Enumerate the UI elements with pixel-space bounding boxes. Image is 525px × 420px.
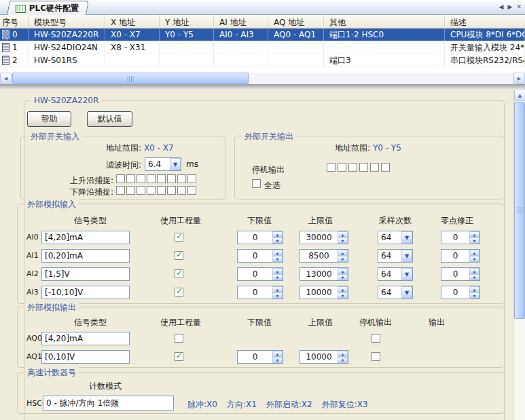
scroll-up-button[interactable]: ▲ xyxy=(514,90,525,101)
sample-count-combo[interactable]: 64 ▼ xyxy=(378,249,413,263)
spin-down-icon[interactable]: ▼ xyxy=(338,256,348,262)
use-eng-checkbox[interactable] xyxy=(175,269,183,278)
help-button[interactable]: 帮助 xyxy=(27,111,71,127)
spin-down-icon[interactable]: ▼ xyxy=(272,292,283,299)
spin-up-icon[interactable]: ▲ xyxy=(272,231,283,237)
sample-count-combo[interactable]: 64 ▼ xyxy=(378,286,413,299)
spin-down-icon[interactable]: ▼ xyxy=(469,292,479,299)
spin-down-icon[interactable]: ▼ xyxy=(272,237,283,244)
low-limit-spinner[interactable]: 0 ▲▼ xyxy=(237,249,283,263)
stop-output-checkbox[interactable] xyxy=(359,163,368,172)
stop-output-checkbox[interactable] xyxy=(372,334,380,343)
tab-plc-hardware-config[interactable]: PLC硬件配置 xyxy=(7,1,89,15)
high-limit-spinner[interactable]: 30000 ▲▼ xyxy=(300,231,348,244)
table-row-2[interactable]: 2 HW-S01RS 端口3 串口模块RS232/RS485 xyxy=(0,54,525,67)
spin-up-icon[interactable]: ▲ xyxy=(338,231,348,237)
falling-edge-checkbox[interactable] xyxy=(137,186,145,195)
scroll-tabs-left-icon[interactable]: ◀ xyxy=(499,3,504,11)
falling-edge-checkbox[interactable] xyxy=(167,186,176,195)
signal-type-input[interactable] xyxy=(41,332,130,345)
signal-type-input[interactable] xyxy=(41,267,130,281)
rising-edge-checkbox[interactable] xyxy=(177,174,186,183)
spin-down-icon[interactable]: ▼ xyxy=(338,357,348,363)
table-row-0[interactable]: 0 HW-S20ZA220R X0 - X7 Y0 - Y5 AI0 - AI3… xyxy=(0,28,525,41)
combo-arrow-icon[interactable]: ▼ xyxy=(401,231,412,244)
select-all-checkbox[interactable] xyxy=(252,179,261,188)
combo-arrow-icon[interactable]: ▼ xyxy=(401,268,412,280)
scroll-tabs-right-icon[interactable]: ▶ xyxy=(508,3,513,11)
defaults-button[interactable]: 默认值 xyxy=(87,111,132,127)
spin-down-icon[interactable]: ▼ xyxy=(272,357,283,363)
vertical-scrollbar[interactable]: ▲ xyxy=(513,89,525,420)
horizontal-scrollbar[interactable]: ◀ ▶ xyxy=(0,73,525,84)
use-eng-checkbox[interactable] xyxy=(175,334,183,343)
spin-down-icon[interactable]: ▼ xyxy=(469,237,479,244)
zero-offset-spinner[interactable]: 0 ▲▼ xyxy=(441,286,480,299)
falling-edge-checkbox[interactable] xyxy=(147,186,156,195)
spin-down-icon[interactable]: ▼ xyxy=(469,274,479,280)
spin-down-icon[interactable]: ▼ xyxy=(338,292,348,299)
count-mode-input[interactable] xyxy=(43,396,174,411)
rising-edge-checkbox[interactable] xyxy=(137,174,145,183)
falling-edge-checkbox[interactable] xyxy=(116,186,125,195)
zero-offset-spinner[interactable]: 0 ▲▼ xyxy=(441,267,480,281)
spin-down-icon[interactable]: ▼ xyxy=(338,274,348,280)
signal-type-input[interactable] xyxy=(41,249,130,263)
low-limit-spinner[interactable]: 0 ▲▼ xyxy=(237,350,283,364)
spin-up-icon[interactable]: ▲ xyxy=(469,231,479,237)
combo-arrow-icon[interactable]: ▼ xyxy=(401,250,412,262)
stop-output-checkbox[interactable] xyxy=(348,163,357,172)
stop-output-checkbox[interactable] xyxy=(370,163,379,172)
stop-output-checkbox[interactable] xyxy=(327,163,336,172)
spin-up-icon[interactable]: ▲ xyxy=(338,268,348,274)
falling-edge-checkbox[interactable] xyxy=(157,186,166,195)
spin-down-icon[interactable]: ▼ xyxy=(338,237,348,244)
falling-edge-checkbox[interactable] xyxy=(177,186,186,195)
zero-offset-spinner[interactable]: 0 ▲▼ xyxy=(441,249,480,263)
spin-up-icon[interactable]: ▲ xyxy=(469,286,479,292)
vertical-scrollbar-thumb[interactable] xyxy=(514,102,525,319)
table-row-1[interactable]: 1 HW-S24DIO24N X8 - X31 开关量输入模块 24*D xyxy=(0,41,525,54)
rising-edge-checkbox[interactable] xyxy=(126,174,135,183)
low-limit-spinner[interactable]: 0 ▲▼ xyxy=(237,286,283,299)
low-limit-spinner[interactable]: 0 ▲▼ xyxy=(237,267,283,281)
high-limit-spinner[interactable]: 10000 ▲▼ xyxy=(300,286,348,299)
falling-edge-checkbox[interactable] xyxy=(187,186,196,195)
use-eng-checkbox[interactable] xyxy=(175,251,183,260)
spin-up-icon[interactable]: ▲ xyxy=(272,250,283,256)
rising-edge-checkbox[interactable] xyxy=(157,174,166,183)
spin-up-icon[interactable]: ▲ xyxy=(338,351,348,357)
spin-up-icon[interactable]: ▲ xyxy=(272,286,283,292)
close-tab-icon[interactable]: ✕ xyxy=(516,3,522,11)
zero-offset-spinner[interactable]: 0 ▲▼ xyxy=(441,231,480,244)
filter-time-combo[interactable]: 6.4 ▼ xyxy=(145,157,181,171)
use-eng-checkbox[interactable] xyxy=(175,288,183,297)
spin-up-icon[interactable]: ▲ xyxy=(338,250,348,256)
sample-count-combo[interactable]: 64 ▼ xyxy=(378,267,413,281)
low-limit-spinner[interactable]: 0 ▲▼ xyxy=(237,231,283,244)
rising-edge-checkbox[interactable] xyxy=(167,174,176,183)
stop-output-checkbox[interactable] xyxy=(338,163,346,172)
high-limit-spinner[interactable]: 8500 ▲▼ xyxy=(300,249,348,263)
rising-edge-checkbox[interactable] xyxy=(187,174,196,183)
high-limit-spinner[interactable]: 13000 ▲▼ xyxy=(300,267,348,281)
sample-count-combo[interactable]: 64 ▼ xyxy=(378,231,413,244)
horizontal-scrollbar-thumb[interactable] xyxy=(12,73,249,84)
signal-type-input[interactable] xyxy=(41,286,130,299)
scroll-right-button[interactable]: ▶ xyxy=(513,73,525,84)
high-limit-spinner[interactable]: 10000 ▲▼ xyxy=(300,350,348,364)
spin-up-icon[interactable]: ▲ xyxy=(338,286,348,292)
splitter-divider[interactable] xyxy=(0,84,525,89)
spin-up-icon[interactable]: ▲ xyxy=(272,351,283,357)
spin-down-icon[interactable]: ▼ xyxy=(272,274,283,280)
spin-down-icon[interactable]: ▼ xyxy=(469,256,479,262)
use-eng-checkbox[interactable] xyxy=(175,352,183,361)
combo-arrow-icon[interactable]: ▼ xyxy=(170,158,181,170)
signal-type-input[interactable] xyxy=(41,231,130,244)
spin-up-icon[interactable]: ▲ xyxy=(469,250,479,256)
spin-down-icon[interactable]: ▼ xyxy=(272,256,283,262)
combo-arrow-icon[interactable]: ▼ xyxy=(401,286,412,299)
stop-output-checkbox[interactable] xyxy=(372,352,380,361)
stop-output-checkbox[interactable] xyxy=(381,163,390,172)
falling-edge-checkbox[interactable] xyxy=(126,186,135,195)
